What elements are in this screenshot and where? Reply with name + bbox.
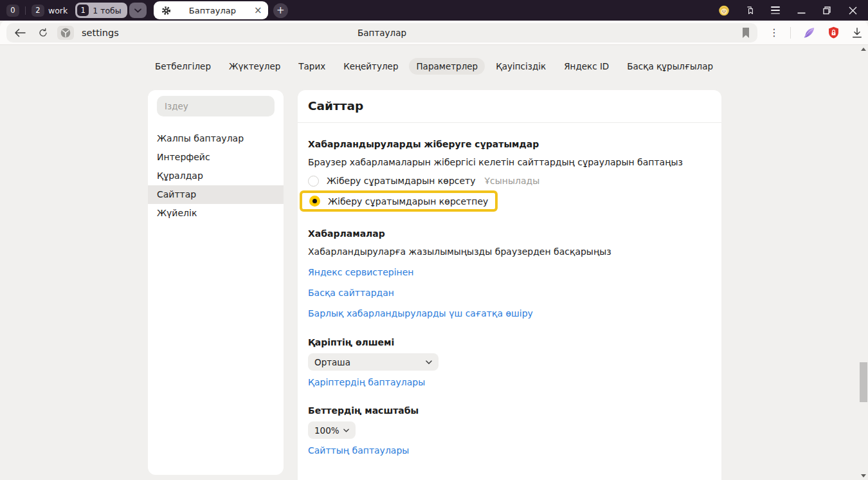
- tab-extensions[interactable]: Кеңейтулер: [336, 58, 405, 75]
- settings-gear-icon: [161, 6, 171, 15]
- settings-nav-tabs: Бетбелгілер Жүктеулер Тарих Кеңейтулер П…: [0, 45, 868, 75]
- section-heading: Қаріптің өлшемі: [308, 337, 711, 347]
- tab-group-work-badge[interactable]: 2: [32, 5, 44, 17]
- window-close-button[interactable]: [847, 5, 858, 15]
- sidebar-item-sites[interactable]: Сайттар: [148, 185, 284, 204]
- tab-yandex-id[interactable]: Яндекс ID: [557, 58, 616, 75]
- reload-button[interactable]: [38, 28, 48, 38]
- section-notification-requests: Хабарландыруларды жіберуге сұратымдар Бр…: [298, 139, 721, 212]
- tab-history[interactable]: Тарих: [291, 58, 332, 75]
- section-description: Хабарландыруларға жазылымыңызды браузерд…: [308, 246, 711, 257]
- site-favicon: [57, 26, 74, 40]
- browser-window: 0 2 work 1 1 тобы Баптаулар × +: [0, 0, 868, 480]
- back-button[interactable]: [14, 28, 26, 37]
- sidebar-item-general[interactable]: Жалпы баптаулар: [148, 129, 284, 148]
- sidebar-item-tools[interactable]: Құралдар: [148, 167, 284, 185]
- tab-group-divider: [25, 6, 26, 15]
- radio-option-show-requests[interactable]: Жіберу сұратымдарын көрсету Ұсынылады: [308, 174, 711, 187]
- tab-groups-dropdown-button[interactable]: [129, 3, 147, 18]
- url-text: settings: [82, 28, 119, 38]
- tab-group-zero-badge[interactable]: 0: [6, 5, 19, 17]
- sidebar-list: Жалпы баптаулар Интерфейс Құралдар Сайтт…: [148, 129, 284, 223]
- tab-bookmarks[interactable]: Бетбелгілер: [148, 58, 218, 75]
- link-mute-all-3h[interactable]: Барлық хабарландыруларды үш сағатқа өшір…: [308, 308, 533, 318]
- font-size-select[interactable]: Орташа: [308, 353, 439, 371]
- settings-page: Бетбелгілер Жүктеулер Тарих Кеңейтулер П…: [0, 45, 868, 480]
- settings-content: Сайттар Хабарландыруларды жіберуге сұрат…: [298, 90, 721, 480]
- address-bar[interactable]: settings Баптаулар: [6, 23, 757, 42]
- titlebar-controls: [719, 5, 862, 15]
- page-scrollbar[interactable]: [859, 45, 868, 480]
- browser-menu-icon[interactable]: [770, 5, 781, 15]
- user-avatar[interactable]: [719, 5, 729, 15]
- annotation-highlight-box: Жіберу сұратымдарын көрсетпеу: [300, 190, 498, 212]
- select-value: 100%: [314, 425, 339, 436]
- side-panels-icon[interactable]: [745, 5, 755, 15]
- sidebar-item-interface[interactable]: Интерфейс: [148, 148, 284, 167]
- active-tab[interactable]: Баптаулар ×: [154, 1, 268, 19]
- tab-group-active[interactable]: 1 1 тобы: [75, 3, 127, 18]
- new-tab-button[interactable]: +: [273, 3, 288, 18]
- tab-other-devices[interactable]: Басқа құрылғылар: [620, 58, 720, 75]
- scroll-up-arrow-icon[interactable]: [861, 48, 866, 51]
- tab-close-icon[interactable]: ×: [254, 6, 262, 15]
- section-page-zoom: Беттердің масштабы 100% Сайттың баптаула…: [298, 405, 721, 456]
- chevron-down-icon: [426, 360, 432, 364]
- sidebar-item-system[interactable]: Жүйелік: [148, 204, 284, 223]
- window-minimize-button[interactable]: [796, 5, 806, 15]
- section-heading: Хабарламалар: [308, 228, 711, 239]
- radio-unchecked-icon[interactable]: [308, 176, 319, 187]
- tab-group-work-label[interactable]: work: [48, 6, 68, 15]
- toolbar-extensions: ⋮: [769, 21, 863, 45]
- settings-sidebar: Жалпы баптаулар Интерфейс Құралдар Сайтт…: [148, 90, 284, 475]
- back-arrow-icon: [14, 28, 26, 37]
- active-group-count-badge: 1: [77, 5, 89, 16]
- feather-extension-icon[interactable]: [802, 26, 816, 40]
- chevron-down-icon: [134, 8, 141, 13]
- search-input[interactable]: [157, 96, 275, 116]
- page-zoom-select[interactable]: 100%: [308, 421, 356, 439]
- active-group-label: 1 тобы: [93, 6, 121, 15]
- page-title: Баптаулар: [357, 28, 406, 38]
- tab-strip: 0 2 work 1 1 тобы Баптаулар × +: [0, 0, 868, 21]
- link-font-settings[interactable]: Қаріптердің баптаулары: [308, 377, 425, 387]
- radio-label: Жіберу сұратымдарын көрсетпеу: [328, 196, 488, 207]
- scroll-down-arrow-icon[interactable]: [861, 474, 866, 477]
- link-yandex-services[interactable]: Яндекс сервистерінен: [308, 267, 414, 277]
- radio-label: Жіберу сұратымдарын көрсету: [327, 176, 476, 186]
- select-value: Орташа: [314, 357, 350, 367]
- tab-downloads[interactable]: Жүктеулер: [222, 58, 287, 75]
- window-restore-button[interactable]: [822, 5, 832, 15]
- link-site-settings[interactable]: Сайттың баптаулары: [308, 445, 409, 456]
- protect-shield-icon[interactable]: [827, 26, 840, 40]
- scrollbar-thumb[interactable]: [860, 362, 867, 402]
- toolbar-divider: [790, 27, 791, 39]
- section-description: Браузер хабарламаларын жібергісі келетін…: [308, 157, 711, 167]
- notification-links: Яндекс сервистерінен Басқа сайттардан Ба…: [308, 267, 711, 318]
- downloads-icon[interactable]: [851, 27, 863, 39]
- chevron-down-icon: [343, 429, 349, 432]
- reload-icon: [38, 28, 48, 38]
- browser-toolbar: settings Баптаулар ⋮: [0, 21, 868, 45]
- recommended-badge: Ұсынылады: [485, 176, 540, 186]
- toolbar-more-icon[interactable]: ⋮: [769, 28, 779, 38]
- tab-settings[interactable]: Параметрлер: [409, 58, 485, 75]
- tab-security[interactable]: Қауіпсіздік: [489, 58, 553, 75]
- section-heading: Хабарландыруларды жіберуге сұратымдар: [308, 139, 711, 149]
- tab-title: Баптаулар: [171, 6, 254, 15]
- content-title: Сайттар: [298, 90, 721, 123]
- section-heading: Беттердің масштабы: [308, 405, 711, 416]
- link-other-sites[interactable]: Басқа сайттардан: [308, 288, 394, 298]
- radio-checked-icon[interactable]: [309, 196, 320, 207]
- section-font-size: Қаріптің өлшемі Орташа Қаріптердің бапта…: [298, 337, 721, 387]
- bookmark-flag-icon[interactable]: [742, 28, 750, 38]
- section-notifications: Хабарламалар Хабарландыруларға жазылымың…: [298, 228, 721, 318]
